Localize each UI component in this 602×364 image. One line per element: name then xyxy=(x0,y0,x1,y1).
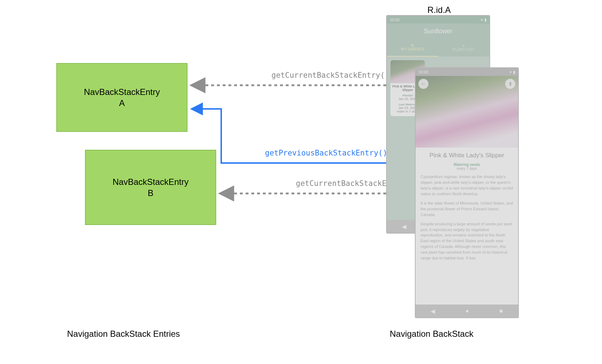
description-para-3: Despite producing a large amount of seed… xyxy=(421,221,513,262)
watering-needs-value: every 7 days xyxy=(421,167,513,171)
tabs: ✿ MY GARDEN ✦ PLANT LIST xyxy=(387,39,489,57)
status-icons: ▾▮ xyxy=(508,70,515,75)
caption-entries: Navigation BackStack Entries xyxy=(67,329,180,339)
nav-home-icon[interactable]: ● xyxy=(465,308,469,314)
label-rid-a: R.id.A xyxy=(427,5,451,15)
back-button[interactable]: ← xyxy=(418,79,428,89)
nav-entry-a-line2: A xyxy=(119,97,125,109)
diagram-canvas: NavBackStackEntry A NavBackStackEntry B … xyxy=(38,0,564,364)
caption-backstack: Navigation BackStack xyxy=(390,329,473,339)
back-arrow-icon: ← xyxy=(421,81,426,87)
leaf-icon: ✦ xyxy=(462,44,465,48)
description-para-1: Cypripedium reginae, known as the showy … xyxy=(421,174,513,197)
plant-title: Pink & White Lady's Slipper xyxy=(421,152,513,159)
nav-entry-b-line2: B xyxy=(148,187,153,198)
tab-plant-list-label: PLANT LIST xyxy=(453,48,475,52)
share-button[interactable]: ⇪ xyxy=(505,79,515,89)
status-time: 10:00 xyxy=(390,18,400,22)
hero-image: ← ⇪ xyxy=(416,76,518,148)
description-para-2: It is the state flower of Minnesota, Uni… xyxy=(421,201,513,218)
phone-mock-b: 10:00 ▾▮ ← ⇪ Pink & White Lady's Slipper… xyxy=(415,67,519,318)
nav-recent-icon[interactable]: ■ xyxy=(499,308,503,314)
flower-icon: ✿ xyxy=(411,43,414,47)
android-nav-bar: ◀ ● ■ xyxy=(416,305,518,317)
method-previous: getPreviousBackStackEntry() xyxy=(265,149,387,157)
nav-entry-box-b: NavBackStackEntry B xyxy=(85,150,216,225)
method-current-a: getCurrentBackStackEntry() xyxy=(271,71,389,80)
tab-my-garden[interactable]: ✿ MY GARDEN xyxy=(387,39,438,57)
tab-plant-list[interactable]: ✦ PLANT LIST xyxy=(438,39,489,57)
share-icon: ⇪ xyxy=(508,81,512,87)
status-time: 10:00 xyxy=(418,70,428,74)
tab-my-garden-label: MY GARDEN xyxy=(401,47,424,51)
plant-detail-content: Pink & White Lady's Slipper Watering nee… xyxy=(416,148,518,305)
nav-back-icon[interactable]: ◀ xyxy=(431,308,435,315)
nav-entry-a-line1: NavBackStackEntry xyxy=(84,86,160,97)
watering-needs-label: Watering needs xyxy=(421,163,513,167)
planted-date: Jan 23, 2020 xyxy=(398,97,417,101)
nav-entry-b-line1: NavBackStackEntry xyxy=(113,176,189,187)
nav-entry-box-a: NavBackStackEntry A xyxy=(56,63,188,132)
watered-date: Jan 23, 2020 xyxy=(398,106,417,110)
status-bar: 10:00 ▾▮ xyxy=(387,16,489,24)
nav-back-icon[interactable]: ◀ xyxy=(402,223,406,230)
status-bar: 10:00 ▾▮ xyxy=(416,68,518,76)
status-icons: ▾▮ xyxy=(479,18,487,22)
app-title: Sunflower xyxy=(387,24,489,39)
